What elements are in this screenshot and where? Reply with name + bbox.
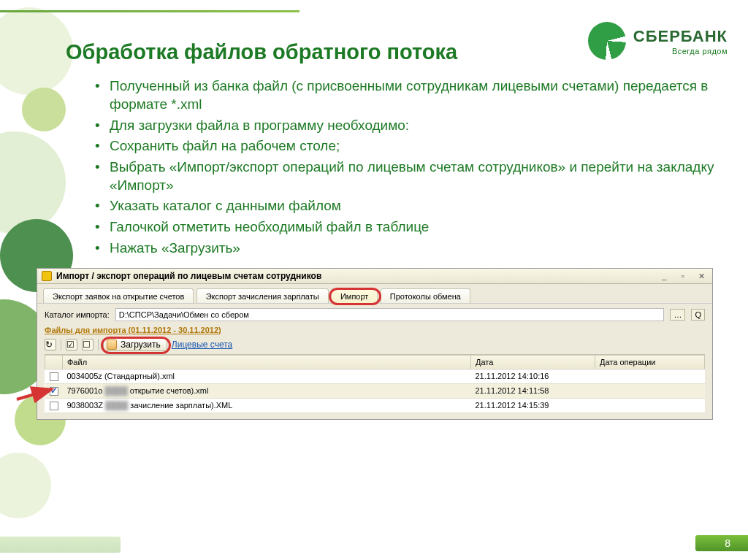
- window-title: Импорт / экспорт операций по лицевым сче…: [56, 271, 321, 281]
- browse-button[interactable]: …: [670, 309, 685, 321]
- catalog-path-input[interactable]: [115, 308, 665, 321]
- bullet-item: Нажать «Загрузить»: [95, 239, 719, 258]
- app-icon: [42, 271, 52, 281]
- row-checkbox[interactable]: [50, 372, 58, 381]
- file-name: 0034005z (Стандартный).xml: [63, 369, 471, 383]
- footer-accent: [0, 537, 121, 553]
- red-arrow-annotation: [15, 385, 59, 404]
- tab-protocols[interactable]: Протоколы обмена: [381, 288, 470, 303]
- tab-import[interactable]: Импорт: [331, 288, 378, 303]
- deselect-icon[interactable]: ☐: [82, 339, 94, 350]
- load-button-label: Загрузить: [121, 340, 161, 350]
- sberbank-logo-icon: [588, 22, 626, 60]
- file-date: 21.11.2012 14:10:16: [471, 369, 595, 383]
- file-name: 9038003Z ████ зачисление зарплаты).XML: [63, 398, 471, 413]
- tab-strip: Экспорт заявок на открытие счетов Экспор…: [37, 284, 712, 304]
- page-number: 8: [695, 535, 748, 551]
- files-toolbar: ↻ ☑ ☐ Загрузить Лицевые счета: [45, 338, 705, 355]
- accounts-link[interactable]: Лицевые счета: [172, 340, 232, 350]
- select-all-icon[interactable]: ☑: [66, 339, 77, 350]
- files-for-import-label: Файлы для импорта (01.11.2012 - 30.11.20…: [45, 326, 221, 334]
- tab-export-salary[interactable]: Экспорт зачисления зарплаты: [196, 288, 329, 303]
- search-button[interactable]: Q: [691, 309, 705, 321]
- col-opdate[interactable]: Дата операции: [595, 355, 705, 369]
- tab-export-open[interactable]: Экспорт заявок на открытие счетов: [43, 288, 194, 303]
- bullet-item: Для загрузки файла в программу необходим…: [95, 117, 719, 135]
- load-icon: [107, 340, 117, 350]
- table-row[interactable]: 0034005z (Стандартный).xml 21.11.2012 14…: [45, 369, 705, 383]
- brand-name: СБЕРБАНК: [633, 27, 728, 46]
- file-name: 7976001o ████ открытие счетов).xml: [63, 383, 471, 398]
- file-opdate: [595, 383, 705, 398]
- file-date: 21.11.2012 14:11:58: [471, 383, 595, 398]
- table-row[interactable]: 7976001o ████ открытие счетов).xml 21.11…: [45, 383, 705, 398]
- files-table: Файл Дата Дата операции 0034005z (Станда…: [45, 355, 705, 413]
- col-file[interactable]: Файл: [63, 355, 471, 369]
- file-opdate: [595, 398, 705, 413]
- table-row[interactable]: 9038003Z ████ зачисление зарплаты).XML 2…: [45, 398, 705, 413]
- load-button[interactable]: Загрузить: [103, 338, 167, 351]
- svg-line-0: [17, 389, 52, 399]
- maximize-button[interactable]: ▫: [676, 272, 690, 281]
- file-opdate: [595, 369, 705, 383]
- bullet-item: Полученный из банка файл (с присвоенными…: [95, 77, 719, 113]
- col-date[interactable]: Дата: [471, 355, 595, 369]
- bullet-item: Галочкой отметить необходимый файл в таб…: [95, 218, 719, 237]
- refresh-icon[interactable]: ↻: [45, 339, 56, 350]
- bullet-list: Полученный из банка файл (с присвоенными…: [95, 77, 719, 257]
- bullet-item: Сохранить файл на рабочем столе;: [95, 137, 719, 156]
- brand-tagline: Всегда рядом: [633, 47, 728, 55]
- minimize-button[interactable]: _: [657, 272, 671, 281]
- brand-logo: СБЕРБАНК Всегда рядом: [588, 22, 728, 60]
- file-date: 21.11.2012 14:15:39: [471, 398, 595, 413]
- catalog-label: Каталог импорта:: [45, 310, 110, 319]
- window-titlebar: Импорт / экспорт операций по лицевым сче…: [37, 269, 712, 284]
- bullet-item: Указать каталог с данными файлом: [95, 197, 719, 215]
- bullet-item: Выбрать «Импорт/экспорт операций по лице…: [95, 158, 719, 194]
- close-button[interactable]: ✕: [695, 272, 708, 281]
- app-window: Импорт / экспорт операций по лицевым сче…: [37, 268, 713, 420]
